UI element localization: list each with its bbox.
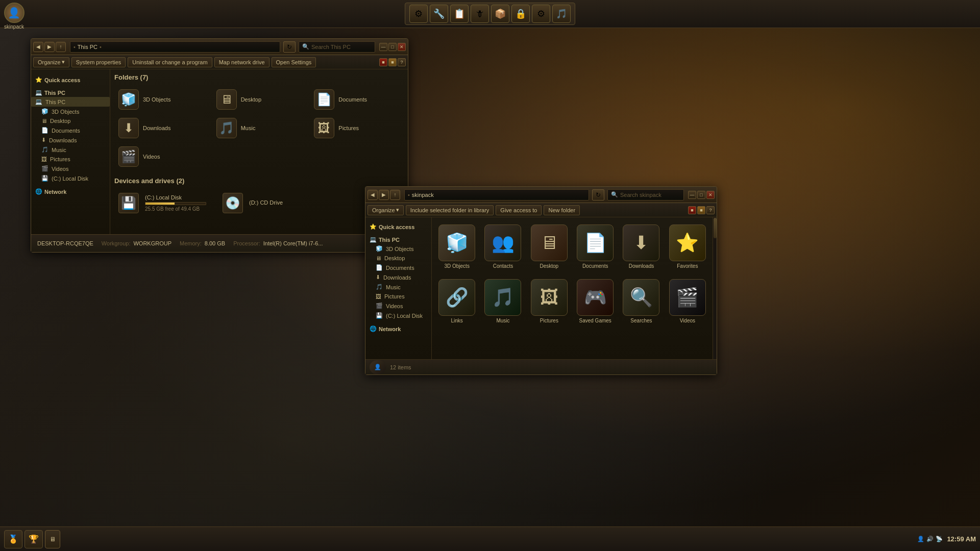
sidebar2-header-thispc[interactable]: 💻 This PC [365, 235, 431, 244]
map-network-btn[interactable]: Map network drive [214, 57, 270, 67]
view-icon-gold-2[interactable]: ■ [697, 206, 705, 214]
pc-info-bar: DESKTOP-RCQE7QE Workgroup: WORKGROUP Mem… [31, 234, 408, 252]
sidebar-item-music[interactable]: 🎵 Music [31, 145, 110, 155]
top-icon-8[interactable]: 🎵 [552, 5, 571, 23]
sidebar-item-videos[interactable]: 🎬 Videos [31, 164, 110, 173]
icon-3dobjects[interactable]: 🧊 3D Objects [436, 221, 478, 272]
sidebar2-item-3dobjects[interactable]: 🧊 3D Objects [365, 244, 431, 254]
new-folder-btn[interactable]: New folder [544, 205, 580, 215]
sidebar-header-quickaccess[interactable]: ⭐ Quick access [31, 76, 110, 84]
tray-icon-volume[interactable]: 🔊 [926, 536, 934, 542]
minimize-btn-1[interactable]: — [379, 43, 387, 51]
user-avatar[interactable]: 👤 skinpack [3, 3, 26, 31]
top-icon-1[interactable]: ⚙ [409, 5, 428, 23]
nav-up-btn-2[interactable]: ↑ [390, 190, 400, 200]
icon-desktop[interactable]: 🖥 Desktop [528, 221, 570, 272]
sidebar2-item-music[interactable]: 🎵 Music [365, 282, 431, 292]
top-icon-2[interactable]: 🔧 [430, 5, 448, 23]
nav-forward-btn-2[interactable]: ▶ [379, 190, 389, 200]
folder-desktop[interactable]: 🖥 Desktop [212, 87, 306, 112]
view-help-2[interactable]: ? [706, 206, 715, 214]
uninstall-btn[interactable]: Uninstall or change a program [128, 57, 212, 67]
view-icon-red-2[interactable]: ■ [688, 206, 696, 214]
view-icon-red[interactable]: ■ [379, 58, 387, 66]
open-settings-btn[interactable]: Open Settings [272, 57, 316, 67]
explorer-window-1: ◀ ▶ ↑ • This PC • ↻ 🔍 Search This PC — □… [31, 38, 408, 253]
icon-videos[interactable]: 🎬 Videos [667, 276, 708, 327]
icon-searches[interactable]: 🔍 Searches [620, 276, 662, 327]
close-btn-2[interactable]: ✕ [706, 191, 715, 199]
organize-btn[interactable]: Organize ▾ [33, 57, 69, 67]
icon-documents[interactable]: 📄 Documents [574, 221, 616, 272]
sidebar2-item-localdisk[interactable]: 💾 (C:) Local Disk [365, 311, 431, 320]
nav-forward-btn-1[interactable]: ▶ [44, 42, 55, 52]
icon-music[interactable]: 🎵 Music [482, 276, 524, 327]
sidebar2-header-quickaccess[interactable]: ⭐ Quick access [365, 222, 431, 231]
top-icon-7[interactable]: ⚙ [532, 5, 550, 23]
maximize-btn-1[interactable]: □ [388, 43, 397, 51]
icon-downloads[interactable]: ⬇ Downloads [620, 221, 662, 272]
refresh-btn-2[interactable]: ↻ [592, 189, 604, 201]
top-icon-4[interactable]: 🗡 [471, 5, 489, 23]
sidebar2-item-pictures[interactable]: 🖼 Pictures [365, 292, 431, 301]
folder-videos[interactable]: 🎬 Videos [114, 144, 208, 169]
nav-up-btn-1[interactable]: ↑ [56, 42, 66, 52]
close-btn-1[interactable]: ✕ [398, 43, 406, 51]
icon-saved-games[interactable]: 🎮 Saved Games [574, 276, 616, 327]
organize-btn-2[interactable]: Organize ▾ [368, 205, 404, 215]
taskbar-trophy[interactable]: 🏆 [24, 530, 43, 548]
view-icon-gold[interactable]: ■ [388, 58, 397, 66]
folder-documents[interactable]: 📄 Documents [310, 87, 404, 112]
sidebar2-item-downloads[interactable]: ⬇ Downloads [365, 272, 431, 282]
scrollbar-2[interactable] [713, 217, 717, 359]
refresh-btn-1[interactable]: ↻ [283, 41, 296, 53]
taskbar-app-explorer[interactable]: 🖥 [45, 530, 60, 548]
sidebar-item-pictures[interactable]: 🖼 Pictures [31, 155, 110, 164]
icon-favorites[interactable]: ⭐ Favorites [667, 221, 708, 272]
sidebar-item-downloads[interactable]: ⬇ Downloads [31, 135, 110, 145]
drive-c[interactable]: 💾 (C:) Local Disk 25.5 GB free of 49.4 G… [114, 191, 210, 215]
sidebar2-item-documents[interactable]: 📄 Documents [365, 263, 431, 272]
view-help[interactable]: ? [398, 58, 406, 66]
nav-back-btn-1[interactable]: ◀ [33, 42, 43, 52]
search-bar-2[interactable]: 🔍 Search skinpack [607, 189, 684, 201]
top-icon-5[interactable]: 📦 [491, 5, 509, 23]
address-bar-2[interactable]: • skinpack [404, 189, 589, 201]
localdisk-icon-2: 💾 [376, 312, 383, 319]
folders-section-title: Folders (7) [114, 73, 404, 83]
sidebar-item-documents[interactable]: 📄 Documents [31, 126, 110, 135]
icon-pictures[interactable]: 🖼 Pictures [528, 276, 570, 327]
sidebar-item-3dobjects[interactable]: 🧊 3D Objects [31, 107, 110, 116]
folder-pictures[interactable]: 🖼 Pictures [310, 116, 404, 140]
music-icon-sidebar: 🎵 [41, 146, 48, 153]
maximize-btn-2[interactable]: □ [697, 191, 705, 199]
tray-icon-user[interactable]: 👤 [917, 536, 924, 542]
nav-back-btn-2[interactable]: ◀ [368, 190, 378, 200]
icon-contacts[interactable]: 👥 Contacts [482, 221, 524, 272]
search-bar-1[interactable]: 🔍 Search This PC [299, 41, 375, 53]
system-properties-btn[interactable]: System properties [71, 57, 126, 67]
scrollbar-thumb-2[interactable] [714, 218, 717, 238]
sidebar2-item-desktop[interactable]: 🖥 Desktop [365, 254, 431, 263]
sidebar-header-network[interactable]: 🌐 Network [31, 187, 110, 196]
sidebar-item-desktop[interactable]: 🖥 Desktop [31, 116, 110, 126]
top-icon-6[interactable]: 🔒 [511, 5, 530, 23]
icon-links[interactable]: 🔗 Links [436, 276, 478, 327]
sidebar-item-thispc[interactable]: 💻 This PC [31, 97, 110, 107]
sidebar2-item-videos[interactable]: 🎬 Videos [365, 301, 431, 311]
start-btn[interactable]: 🏅 [4, 530, 22, 548]
give-access-btn[interactable]: Give access to [496, 205, 542, 215]
sidebar-header-thispc[interactable]: 💻 This PC [31, 88, 110, 97]
minimize-btn-2[interactable]: — [688, 191, 696, 199]
folder-music[interactable]: 🎵 Music [212, 116, 306, 140]
include-library-btn[interactable]: Include selected folder in library [406, 205, 494, 215]
taskbar-left: 🏅 🏆 🖥 [4, 530, 60, 548]
folder-3dobjects[interactable]: 🧊 3D Objects [114, 87, 208, 112]
address-bar-1[interactable]: • This PC • [70, 41, 280, 53]
top-icon-3[interactable]: 📋 [450, 5, 469, 23]
drive-d[interactable]: 💿 (D:) CD Drive [218, 191, 287, 215]
tray-icon-network[interactable]: 📡 [936, 536, 943, 542]
sidebar2-header-network[interactable]: 🌐 Network [365, 324, 431, 333]
folder-downloads[interactable]: ⬇ Downloads [114, 116, 208, 140]
sidebar-item-localdisk[interactable]: 💾 (C:) Local Disk [31, 173, 110, 183]
